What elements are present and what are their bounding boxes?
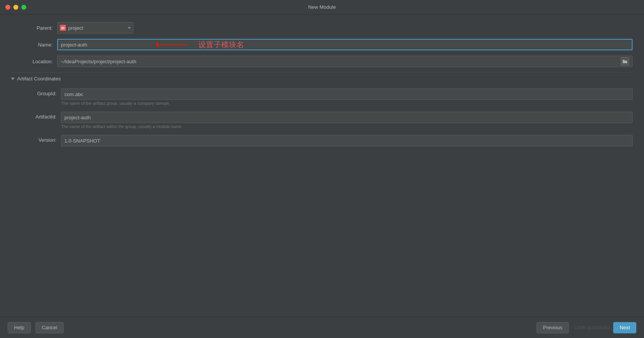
previous-button[interactable]: Previous: [536, 322, 569, 333]
parent-module-icon: m: [60, 25, 66, 31]
svg-rect-3: [623, 60, 625, 61]
main-content: Parent: m project Name:: [0, 14, 644, 317]
parent-value: project: [68, 25, 126, 31]
version-input-wrapper: [61, 135, 633, 146]
bottom-bar: Help Cancel Previous CSDN @20191964 Next: [0, 317, 644, 338]
next-button[interactable]: Next: [613, 322, 636, 333]
section-collapse-arrow-icon: [11, 77, 15, 80]
window-controls: [5, 5, 26, 10]
location-row: Location: ~/IdeaProjects/project/project…: [11, 56, 633, 67]
version-row: Version:: [19, 135, 633, 146]
version-input[interactable]: [61, 135, 633, 146]
titlebar: New Module: [0, 0, 644, 14]
artifactid-row: ArtifactId: The name of the artifact wit…: [19, 112, 633, 133]
groupid-label: GroupId:: [19, 88, 61, 96]
parent-select[interactable]: m project: [57, 22, 133, 34]
help-button[interactable]: Help: [8, 322, 31, 333]
groupid-input[interactable]: [61, 88, 633, 100]
location-wrapper: ~/IdeaProjects/project/project-auth: [57, 56, 633, 67]
artifactid-input-wrapper: The name of the artifact within the grou…: [61, 112, 633, 133]
name-row: Name: 设置子模块名: [11, 39, 633, 50]
cancel-button[interactable]: Cancel: [35, 322, 64, 333]
name-input[interactable]: [57, 39, 633, 50]
location-browse-button[interactable]: [621, 57, 629, 66]
new-module-window: New Module Parent: m project Name:: [0, 0, 644, 338]
dropdown-arrow-icon: [128, 27, 131, 29]
minimize-button[interactable]: [13, 5, 18, 10]
artifact-coordinates-section-header[interactable]: Artifact Coordinates: [11, 72, 633, 85]
folder-icon: [623, 59, 627, 63]
artifact-coordinates-title: Artifact Coordinates: [17, 76, 61, 82]
close-button[interactable]: [5, 5, 10, 10]
location-label: Location:: [11, 59, 57, 64]
groupid-hint: The name of the artifact group, usually …: [61, 101, 633, 106]
groupid-input-wrapper: The name of the artifact group, usually …: [61, 88, 633, 109]
name-label: Name:: [11, 42, 57, 48]
version-label: Version:: [19, 135, 61, 143]
artifactid-hint: The name of the artifact within the grou…: [61, 124, 633, 129]
maximize-button[interactable]: [21, 5, 26, 10]
watermark-text: CSDN @20191964: [574, 325, 610, 330]
artifact-coordinates-section: GroupId: The name of the artifact group,…: [11, 88, 633, 146]
location-value: ~/IdeaProjects/project/project-auth: [61, 59, 619, 64]
name-input-wrapper: 设置子模块名: [57, 39, 633, 50]
groupid-row: GroupId: The name of the artifact group,…: [19, 88, 633, 109]
svg-rect-2: [623, 61, 627, 63]
window-title: New Module: [308, 4, 336, 10]
artifactid-input[interactable]: [61, 112, 633, 123]
parent-row: Parent: m project: [11, 22, 633, 34]
parent-label: Parent:: [11, 25, 57, 31]
bottom-right-buttons: Previous CSDN @20191964 Next: [536, 322, 636, 333]
artifactid-label: ArtifactId:: [19, 112, 61, 120]
